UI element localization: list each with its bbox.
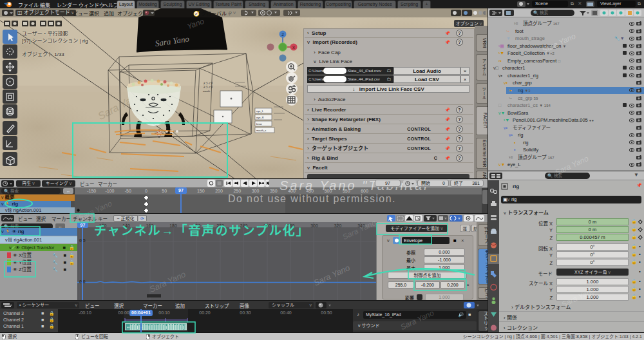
svg-text:運: 運: [462, 226, 467, 232]
svg-text:スライダ: スライダ: [203, 85, 213, 89]
svg-text:Z: Z: [281, 33, 284, 37]
svg-text:mouth: mouth: [203, 90, 210, 93]
svg-text:brow: brow: [256, 122, 262, 126]
svg-text:mouth_s: mouth_s: [256, 129, 266, 132]
svg-text:X: X: [292, 46, 295, 50]
svg-text:スライダ: スライダ: [203, 81, 213, 85]
